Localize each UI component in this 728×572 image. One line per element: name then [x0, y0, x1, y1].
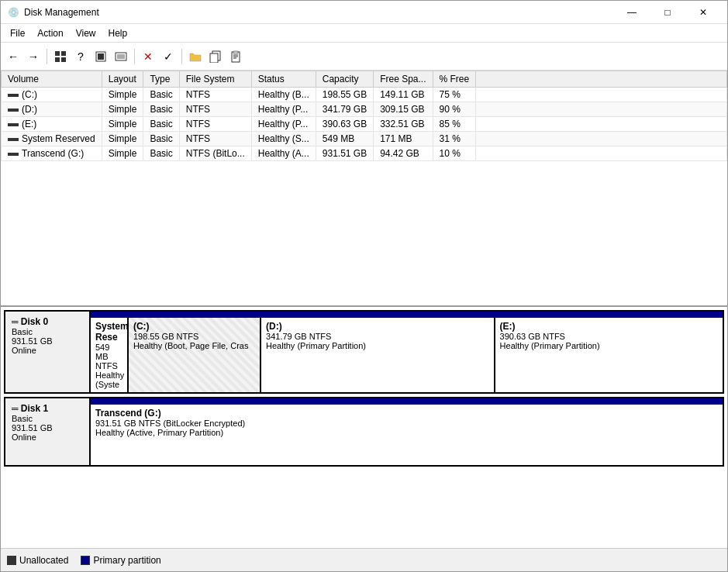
menu-bar: File Action View Help	[1, 24, 727, 43]
cell-type: Basic	[143, 117, 179, 132]
table-row[interactable]: System Reserved Simple Basic NTFS Health…	[2, 132, 727, 146]
disk0-partitions-row: System Rese 549 MB NTFS Healthy (Syste (…	[91, 318, 723, 392]
table-row[interactable]: (E:) Simple Basic NTFS Healthy (P... 390…	[2, 117, 727, 132]
disk1-name: ═ Disk 1	[12, 403, 48, 414]
close-button[interactable]: ✕	[685, 1, 721, 24]
cell-fs: NTFS	[179, 88, 251, 102]
cell-free: 171 MB	[374, 132, 433, 146]
cell-fs: NTFS	[179, 117, 251, 132]
col-capacity[interactable]: Capacity	[316, 71, 373, 88]
disk0-part1-name: (C:)	[133, 321, 255, 332]
cell-pctfree: 10 %	[433, 146, 476, 161]
maximize-button[interactable]: □	[650, 1, 685, 24]
disk0-partition-e[interactable]: (E:) 390.63 GB NTFS Healthy (Primary Par…	[495, 318, 723, 392]
window-title: Disk Management	[24, 7, 614, 18]
disk-management-window: 💿 Disk Management — □ ✕ File Action View…	[0, 0, 728, 572]
cell-type: Basic	[143, 88, 179, 102]
disk0-partition-sysreserved[interactable]: System Rese 549 MB NTFS Healthy (Syste	[91, 318, 129, 392]
cell-extra	[476, 88, 727, 102]
col-filesystem[interactable]: File System	[179, 71, 251, 88]
legend-primary-box	[81, 556, 90, 565]
cell-volume: (E:)	[2, 117, 102, 132]
toolbar-btn-paste[interactable]	[226, 47, 245, 66]
toolbar-btn-check[interactable]: ✓	[159, 47, 178, 66]
forward-button[interactable]: →	[24, 47, 43, 66]
cell-layout: Simple	[102, 102, 143, 117]
disk0-partition-c[interactable]: (C:) 198.55 GB NTFS Healthy (Boot, Page …	[129, 318, 261, 392]
col-pctfree[interactable]: % Free	[433, 71, 476, 88]
disk0-partition-d[interactable]: (D:) 341.79 GB NTFS Healthy (Primary Par…	[261, 318, 495, 392]
toolbar-btn-3[interactable]	[51, 47, 70, 66]
disk1-label: ═ Disk 1 Basic 931.51 GB Online	[5, 398, 91, 465]
disk0-type: Basic	[12, 327, 33, 336]
disk1-part0-status: Healthy (Active, Primary Partition)	[95, 428, 223, 437]
menu-help[interactable]: Help	[102, 26, 134, 40]
cell-volume: Transcend (G:)	[2, 146, 102, 161]
cell-free: 149.11 GB	[374, 88, 433, 102]
svg-rect-0	[55, 51, 60, 56]
menu-file[interactable]: File	[4, 26, 31, 40]
cell-status: Healthy (A...	[251, 146, 316, 161]
disk1-partition-transcend[interactable]: Transcend (G:) 931.51 GB NTFS (BitLocker…	[91, 405, 723, 465]
back-button[interactable]: ←	[4, 47, 22, 66]
cell-capacity: 198.55 GB	[316, 88, 373, 102]
toolbar-btn-5[interactable]	[112, 47, 130, 66]
toolbar: ← → ? ✕ ✓	[1, 43, 727, 71]
title-bar: 💿 Disk Management — □ ✕	[1, 1, 727, 24]
legend-primary: Primary partition	[81, 555, 160, 566]
toolbar-btn-4[interactable]	[91, 47, 110, 66]
disk0-part1-status: Healthy (Boot, Page File, Cras	[133, 341, 249, 350]
disk1-status: Online	[12, 432, 36, 442]
table-row[interactable]: (C:) Simple Basic NTFS Healthy (B... 198…	[2, 88, 727, 102]
cell-extra	[476, 146, 727, 161]
disk1-partitions-row: Transcend (G:) 931.51 GB NTFS (BitLocker…	[91, 405, 723, 465]
disk0-part3-name: (E:)	[500, 321, 718, 332]
cell-status: Healthy (B...	[251, 88, 316, 102]
col-status[interactable]: Status	[251, 71, 316, 88]
disk0-part0-status: Healthy (Syste	[95, 370, 124, 389]
table-row[interactable]: (D:) Simple Basic NTFS Healthy (P... 341…	[2, 102, 727, 117]
disk0-part0-size: 549 MB NTFS	[95, 343, 118, 370]
volume-table: Volume Layout Type File System Status Ca…	[1, 71, 727, 161]
toolbar-btn-help[interactable]: ?	[71, 47, 90, 66]
disk0-part3-status: Healthy (Primary Partition)	[500, 341, 600, 350]
disk1-bar	[91, 398, 723, 405]
minimize-button[interactable]: —	[614, 1, 650, 24]
col-type[interactable]: Type	[143, 71, 179, 88]
cell-layout: Simple	[102, 117, 143, 132]
cell-capacity: 549 MB	[316, 132, 373, 146]
status-bar: Unallocated Primary partition	[1, 548, 727, 571]
cell-free: 332.51 GB	[374, 117, 433, 132]
volume-table-area[interactable]: Volume Layout Type File System Status Ca…	[1, 71, 727, 307]
main-content: Volume Layout Type File System Status Ca…	[1, 71, 727, 548]
toolbar-btn-folder[interactable]	[186, 47, 205, 66]
col-volume[interactable]: Volume	[2, 71, 102, 88]
disk1-size: 931.51 GB	[12, 423, 53, 432]
cell-fs: NTFS	[179, 102, 251, 117]
toolbar-btn-copy[interactable]	[206, 47, 225, 66]
svg-rect-3	[61, 57, 66, 62]
disk0-label: ═ Disk 0 Basic 931.51 GB Online	[5, 312, 91, 392]
cell-capacity: 931.51 GB	[316, 146, 373, 161]
disk1-partitions: Transcend (G:) 931.51 GB NTFS (BitLocker…	[91, 398, 723, 465]
svg-rect-9	[210, 53, 218, 63]
col-extra	[476, 71, 727, 88]
legend-unalloc-box	[7, 556, 16, 565]
toolbar-btn-delete[interactable]: ✕	[139, 47, 157, 66]
disk0-bar	[91, 312, 723, 318]
cell-volume: (C:)	[2, 88, 102, 102]
table-row[interactable]: Transcend (G:) Simple Basic NTFS (BitLo.…	[2, 146, 727, 161]
legend-unalloc-label: Unallocated	[19, 555, 68, 566]
disk0-status: Online	[12, 346, 36, 355]
col-layout[interactable]: Layout	[102, 71, 143, 88]
cell-fs: NTFS	[179, 132, 251, 146]
disk0-part3-size: 390.63 GB NTFS	[500, 332, 565, 341]
cell-pctfree: 90 %	[433, 102, 476, 117]
menu-action[interactable]: Action	[31, 26, 69, 40]
menu-view[interactable]: View	[70, 26, 102, 40]
disk0-part2-status: Healthy (Primary Partition)	[266, 341, 366, 350]
disk0-part2-size: 341.79 GB NTFS	[266, 332, 331, 341]
svg-rect-5	[98, 53, 104, 60]
cell-type: Basic	[143, 132, 179, 146]
col-freespace[interactable]: Free Spa...	[374, 71, 433, 88]
